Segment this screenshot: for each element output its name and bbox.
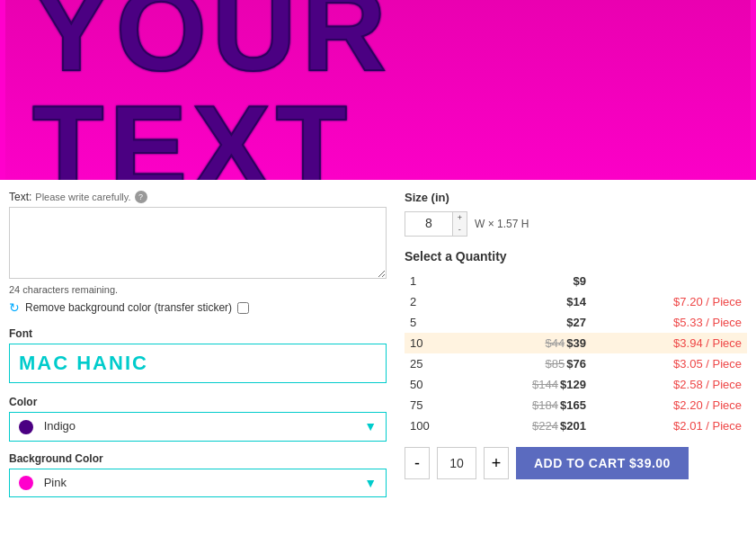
per-piece-cell: $2.01 / Piece xyxy=(591,415,747,436)
bg-color-row: Pink xyxy=(19,476,67,491)
left-panel: Text: Please write carefully. ? 24 chara… xyxy=(9,191,387,508)
size-up-btn[interactable]: + xyxy=(453,212,467,224)
color-arrow-icon: ▼ xyxy=(364,419,377,433)
price-cell: $224$201 xyxy=(464,415,591,436)
qty-cell: 100 xyxy=(405,415,464,436)
add-to-cart-row: - 10 + ADD TO CART $39.00 xyxy=(405,447,747,479)
price-cell: $27 xyxy=(464,312,591,333)
qty-cell: 10 xyxy=(405,333,464,353)
table-row[interactable]: 25$85$76$3.05 / Piece xyxy=(405,353,747,374)
bg-color-label: Background Color xyxy=(9,452,387,465)
text-label-note: Please write carefully. xyxy=(35,192,130,202)
remove-bg-checkbox[interactable] xyxy=(237,302,249,314)
size-arrows: + - xyxy=(453,212,467,236)
remove-bg-row: ↻ Remove background color (transfer stic… xyxy=(9,300,387,315)
qty-label: Select a Quantity xyxy=(405,249,747,264)
qty-plus-btn[interactable]: + xyxy=(484,447,509,479)
help-icon[interactable]: ? xyxy=(135,191,147,203)
price-cell: $9 xyxy=(464,271,591,291)
bg-color-select[interactable]: Pink ▼ xyxy=(9,469,387,498)
table-row[interactable]: 100$224$201$2.01 / Piece xyxy=(405,415,747,436)
table-row[interactable]: 1$9 xyxy=(405,271,747,291)
size-label: Size (in) xyxy=(405,191,747,204)
text-label-main: Text: xyxy=(9,191,31,203)
preview-text: YOUR TEXT xyxy=(32,0,724,180)
char-remaining: 24 characters remaining. xyxy=(9,284,387,295)
per-piece-cell: $2.20 / Piece xyxy=(591,395,747,415)
color-selected-label: Indigo xyxy=(44,419,76,433)
price-cell: $14 xyxy=(464,291,591,312)
qty-minus-btn[interactable]: - xyxy=(405,447,430,479)
size-down-btn[interactable]: - xyxy=(453,224,467,236)
per-piece-cell: $3.94 / Piece xyxy=(591,333,747,353)
font-display[interactable]: MAC HANIC xyxy=(9,344,387,383)
price-cell: $85$76 xyxy=(464,353,591,374)
per-piece-cell: $7.20 / Piece xyxy=(591,291,747,312)
qty-cell: 5 xyxy=(405,312,464,333)
bg-color-dot xyxy=(19,476,33,490)
qty-cell: 25 xyxy=(405,353,464,374)
size-value: 8 xyxy=(405,212,453,236)
per-piece-cell: $3.05 / Piece xyxy=(591,353,747,374)
color-row: Indigo xyxy=(19,419,76,434)
text-input[interactable] xyxy=(9,207,387,279)
preview-area: YOUR TEXT xyxy=(0,0,756,180)
size-box: 8 + - xyxy=(405,211,467,237)
qty-cell: 2 xyxy=(405,291,464,312)
qty-cell: 75 xyxy=(405,395,464,415)
refresh-icon: ↻ xyxy=(9,300,20,315)
table-row[interactable]: 75$184$165$2.20 / Piece xyxy=(405,395,747,415)
qty-cell: 50 xyxy=(405,374,464,395)
qty-cell: 1 xyxy=(405,271,464,291)
table-row[interactable]: 5$27$5.33 / Piece xyxy=(405,312,747,333)
font-label: Font xyxy=(9,327,387,340)
table-row[interactable]: 2$14$7.20 / Piece xyxy=(405,291,747,312)
color-dot xyxy=(19,420,33,434)
remove-bg-label: Remove background color (transfer sticke… xyxy=(25,301,232,314)
price-cell: $144$129 xyxy=(464,374,591,395)
per-piece-cell xyxy=(591,271,747,291)
add-to-cart-btn[interactable]: ADD TO CART $39.00 xyxy=(516,447,689,479)
table-row[interactable]: 50$144$129$2.58 / Piece xyxy=(405,374,747,395)
qty-table: 1$92$14$7.20 / Piece5$27$5.33 / Piece10$… xyxy=(405,271,747,436)
text-field-label: Text: Please write carefully. ? xyxy=(9,191,387,203)
qty-value-display: 10 xyxy=(437,447,476,479)
bg-color-selected-label: Pink xyxy=(44,476,67,489)
color-select[interactable]: Indigo ▼ xyxy=(9,412,387,442)
price-cell: $44$39 xyxy=(464,333,591,353)
per-piece-cell: $2.58 / Piece xyxy=(591,374,747,395)
price-cell: $184$165 xyxy=(464,395,591,415)
bg-color-arrow-icon: ▼ xyxy=(364,476,377,490)
preview-text-box: YOUR TEXT xyxy=(0,0,756,180)
size-input-row: 8 + - W × 1.57 H xyxy=(405,211,747,237)
color-label: Color xyxy=(9,396,387,408)
right-panel: Size (in) 8 + - W × 1.57 H Select a Quan… xyxy=(405,191,747,508)
table-row[interactable]: 10$44$39$3.94 / Piece xyxy=(405,333,747,353)
size-dimensions: W × 1.57 H xyxy=(475,218,529,230)
per-piece-cell: $5.33 / Piece xyxy=(591,312,747,333)
